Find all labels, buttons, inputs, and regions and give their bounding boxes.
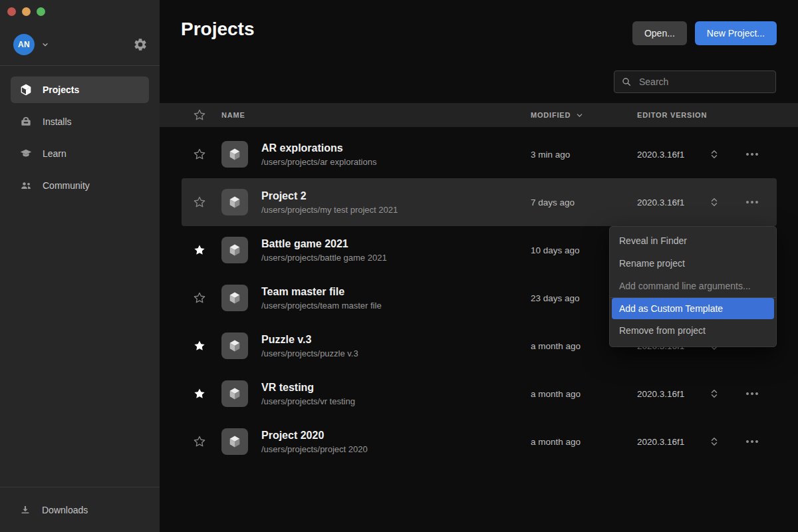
favorite-star-button[interactable]: [193, 387, 206, 400]
project-modified: a month ago: [521, 437, 628, 447]
up-down-chevrons-icon: [710, 388, 719, 399]
minimize-window-button[interactable]: [22, 7, 31, 16]
project-row[interactable]: AR explorations /users/projects/ar explo…: [182, 130, 777, 178]
sidebar-item-label: Installs: [43, 116, 72, 127]
favorite-star-button[interactable]: [193, 339, 206, 352]
search-input[interactable]: [638, 76, 769, 88]
favorite-star-button[interactable]: [193, 435, 206, 448]
star-icon: [193, 243, 206, 257]
project-name: Project 2020: [261, 430, 521, 442]
star-icon: [193, 387, 206, 400]
project-path: /users/projects/ar explorations: [261, 157, 521, 167]
search-icon: [621, 76, 632, 87]
chevron-down-icon: [41, 41, 49, 49]
row-options-button[interactable]: [746, 153, 758, 156]
account-row: AN: [13, 34, 148, 55]
cube-icon: [19, 82, 33, 97]
project-name-cell: Project 2020 /users/projects/project 202…: [252, 430, 521, 454]
sidebar-item-projects[interactable]: Projects: [11, 76, 149, 103]
menu-item-add-as-custom-template[interactable]: Add as Custom Template: [612, 298, 774, 319]
project-tile-cube-icon: [221, 141, 248, 168]
project-tile-cube-icon: [221, 237, 248, 263]
downloads-button[interactable]: Downloads: [0, 487, 160, 532]
project-row[interactable]: Project 2020 /users/projects/project 202…: [182, 418, 777, 466]
close-window-button[interactable]: [7, 7, 16, 16]
project-name: VR testing: [261, 382, 521, 394]
project-tile-cube-icon: [221, 428, 248, 455]
project-name: Team master file: [261, 286, 521, 298]
project-name-cell: Battle game 2021 /users/projects/battle …: [252, 238, 521, 263]
project-editor-version: 2020.3.16f1: [628, 150, 701, 160]
project-path: /users/projects/vr testing: [261, 396, 521, 406]
project-name-cell: VR testing /users/projects/vr testing: [252, 382, 521, 406]
project-row[interactable]: Project 2 /users/projects/my test projec…: [182, 178, 777, 226]
project-modified: 7 days ago: [521, 198, 628, 207]
favorite-star-button[interactable]: [193, 243, 206, 257]
open-button[interactable]: Open...: [632, 21, 687, 45]
table-header: NAME MODIFIED EDITOR VERSION: [160, 103, 798, 127]
project-editor-version: 2020.3.16f1: [628, 389, 701, 399]
version-select-button[interactable]: [710, 388, 719, 399]
project-name-cell: Puzzle v.3 /users/projects/puzzle v.3: [252, 334, 521, 358]
menu-item-remove-from-project[interactable]: Remove from project: [610, 319, 776, 342]
version-select-button[interactable]: [710, 149, 719, 160]
project-tile-cube-icon: [221, 285, 248, 311]
project-editor-version: 2020.3.16f1: [628, 198, 701, 207]
project-row[interactable]: VR testing /users/projects/vr testing a …: [182, 370, 777, 418]
settings-button[interactable]: [133, 37, 148, 52]
avatar[interactable]: AN: [13, 34, 35, 55]
sidebar-nav: Projects Installs Learn: [0, 66, 160, 204]
project-editor-version: 2020.3.16f1: [628, 437, 701, 447]
up-down-chevrons-icon: [710, 197, 719, 207]
sidebar-item-label: Community: [43, 180, 90, 191]
project-modified: a month ago: [521, 389, 628, 399]
sidebar: AN: [0, 0, 160, 532]
star-icon: [193, 291, 206, 305]
menu-item-reveal-in-finder[interactable]: Reveal in Finder: [610, 229, 776, 252]
up-down-chevrons-icon: [710, 149, 719, 160]
new-project-button[interactable]: New Project...: [695, 21, 777, 45]
project-path: /users/projects/team master file: [261, 301, 521, 311]
column-header-name: NAME: [217, 111, 521, 119]
row-options-button[interactable]: [746, 392, 758, 395]
favorite-star-button[interactable]: [193, 291, 206, 305]
project-name-cell: Project 2 /users/projects/my test projec…: [252, 190, 521, 215]
header-buttons: Open... New Project...: [632, 21, 777, 45]
favorite-star-button[interactable]: [193, 148, 206, 161]
sidebar-item-community[interactable]: Community: [11, 172, 149, 199]
zoom-window-button[interactable]: [37, 7, 45, 16]
star-icon: [193, 339, 206, 352]
favorite-star-button[interactable]: [193, 196, 206, 209]
window-controls: [7, 7, 45, 16]
chevron-down-icon: [576, 112, 583, 119]
star-column-icon: [193, 108, 206, 122]
project-path: /users/projects/battle game 2021: [261, 253, 521, 263]
project-modified: 3 min ago: [521, 150, 628, 160]
unity-hub-window: AN: [0, 0, 798, 532]
sidebar-item-label: Projects: [43, 84, 79, 95]
downloads-label: Downloads: [42, 505, 88, 515]
column-header-modified-sort[interactable]: MODIFIED: [521, 110, 628, 120]
people-icon: [19, 178, 33, 193]
star-icon: [193, 148, 206, 161]
version-select-button[interactable]: [710, 436, 719, 447]
project-path: /users/projects/project 2020: [261, 444, 521, 454]
row-options-button[interactable]: [746, 440, 758, 443]
version-select-button[interactable]: [710, 197, 719, 207]
search-box: [614, 70, 776, 93]
star-icon: [193, 435, 206, 448]
main-content: Projects Open... New Project... NAME MOD…: [160, 0, 798, 532]
download-icon: [18, 503, 33, 517]
row-options-button[interactable]: [746, 201, 758, 203]
install-archive-icon: [19, 114, 33, 129]
project-tile-cube-icon: [221, 332, 248, 359]
menu-item-add-command-line-arguments[interactable]: Add command line arguments...: [610, 275, 776, 297]
menu-item-rename-project[interactable]: Rename project: [610, 252, 776, 275]
project-path: /users/projects/my test project 2021: [261, 205, 521, 215]
project-name: AR explorations: [261, 142, 521, 154]
sidebar-item-installs[interactable]: Installs: [11, 108, 149, 135]
project-name: Puzzle v.3: [261, 334, 521, 346]
sidebar-item-learn[interactable]: Learn: [11, 140, 149, 167]
project-tile-cube-icon: [221, 380, 248, 407]
account-menu-button[interactable]: [40, 39, 51, 50]
